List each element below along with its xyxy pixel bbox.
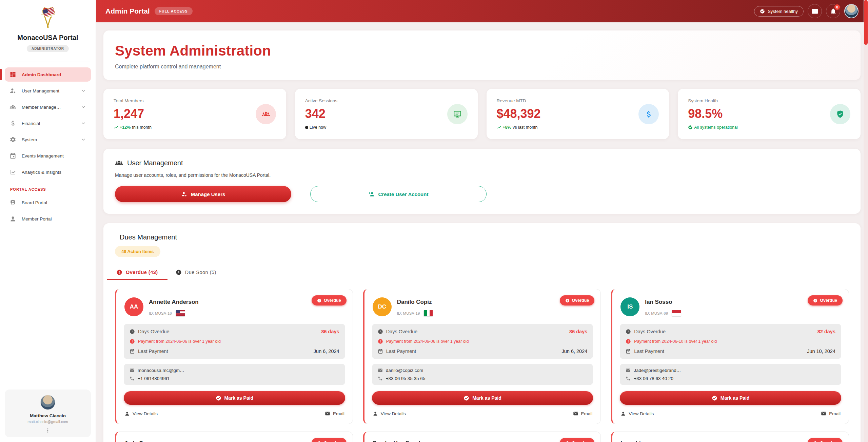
mail-icon xyxy=(821,411,826,416)
dollar-icon xyxy=(9,120,16,127)
last-payment-label: Last Payment xyxy=(634,349,664,354)
email-action-link[interactable]: Email xyxy=(573,411,593,416)
dues-title: Dues Management xyxy=(115,233,849,241)
sidebar-brand: MonacoUSA Portal ADMINISTRATOR xyxy=(0,0,96,57)
shield-check-icon xyxy=(836,110,845,119)
email-action-label: Email xyxy=(581,411,593,416)
sidebar-item-label: User Management xyxy=(22,88,75,93)
create-user-account-button[interactable]: Create User Account xyxy=(310,186,487,202)
mark-as-paid-button[interactable]: Mark as Paid xyxy=(124,391,345,405)
sidebar-item-label: Admin Dashboard xyxy=(22,72,86,77)
chevron-down-icon xyxy=(81,121,86,126)
status-badge-label: Overdue xyxy=(820,441,837,442)
mark-as-paid-label: Mark as Paid xyxy=(224,395,254,401)
tab-overdue-label: Overdue (43) xyxy=(126,270,158,275)
phone-row: +33 06 95 35 35 65 xyxy=(378,376,588,381)
user-management-panel: User Management Manage user accounts, ro… xyxy=(103,149,861,214)
sidebar-item-analytics[interactable]: Analytics & Insights xyxy=(5,165,91,179)
days-overdue-value: 86 days xyxy=(569,329,587,334)
sidebar-item-system[interactable]: System xyxy=(5,132,91,147)
page-title: System Administration xyxy=(115,43,849,59)
mail-icon xyxy=(325,411,330,416)
status-badge: Overdue xyxy=(312,295,347,306)
trending-up-icon xyxy=(114,125,118,130)
mark-as-paid-button[interactable]: Mark as Paid xyxy=(620,391,841,405)
member-phone: +33 06 78 63 40 20 xyxy=(634,376,673,381)
status-badge: Overdue xyxy=(560,295,595,306)
scrollbar-thumb[interactable] xyxy=(864,0,868,45)
member-card-footer: View Details Email xyxy=(364,405,601,422)
user-management-heading: User Management xyxy=(115,159,849,167)
email-row: monacousa.mc@gm… xyxy=(130,368,339,373)
terminal-button[interactable] xyxy=(808,4,822,18)
tab-overdue[interactable]: Overdue (43) xyxy=(115,266,159,280)
header-actions: System healthy 0 xyxy=(754,4,859,18)
tab-due-soon-label: Due Soon (5) xyxy=(185,270,216,275)
page-content: System Administration Complete platform … xyxy=(96,22,868,442)
user-management-description: Manage user accounts, roles, and permiss… xyxy=(115,172,849,178)
chevron-down-icon xyxy=(81,88,86,93)
system-health-pill: System healthy xyxy=(754,6,804,17)
view-details-link[interactable]: View Details xyxy=(620,411,654,416)
member-email: monacousa.mc@gm… xyxy=(138,368,184,373)
stat-label: System Health xyxy=(688,98,738,103)
email-row: danilo@copiz.com xyxy=(378,368,588,373)
profile-email: matt.ciaccio@gmail.com xyxy=(8,420,87,424)
system-health-label: System healthy xyxy=(768,9,798,14)
calendar-icon xyxy=(378,349,383,354)
email-action-link[interactable]: Email xyxy=(821,411,841,416)
avatar: DC xyxy=(373,297,392,316)
person-icon xyxy=(9,215,16,222)
alert-circle-icon xyxy=(565,298,570,303)
header-avatar[interactable] xyxy=(844,4,859,18)
profile-menu-button[interactable] xyxy=(43,426,53,435)
contact-box: Jade@prestigebrand… +33 06 78 63 40 20 xyxy=(620,364,841,385)
mark-as-paid-button[interactable]: Mark as Paid xyxy=(372,391,593,405)
monitor-icon xyxy=(453,110,462,119)
contact-box: monacousa.mc@gm… +1 0614804961 xyxy=(124,364,345,385)
dues-info-box: Days Overdue 82 days Payment from 2024-0… xyxy=(620,324,841,359)
stat-subtext: Live now xyxy=(305,125,337,130)
notifications-button[interactable]: 0 xyxy=(826,4,840,18)
mark-as-paid-label: Mark as Paid xyxy=(472,395,501,401)
sidebar-item-board-portal[interactable]: Board Portal xyxy=(5,195,91,210)
days-overdue-label: Days Overdue xyxy=(634,329,666,334)
alert-circle-icon xyxy=(317,298,321,303)
monaco-flag-icon xyxy=(672,310,681,316)
sidebar-item-user-management[interactable]: User Management xyxy=(5,84,91,98)
sidebar-item-events-management[interactable]: Events Management xyxy=(5,149,91,163)
stat-subtext: All systems operational xyxy=(688,125,738,130)
view-details-link[interactable]: View Details xyxy=(124,411,158,416)
manage-users-button[interactable]: Manage Users xyxy=(115,186,291,202)
page-scrollbar[interactable] xyxy=(864,0,868,442)
email-action-link[interactable]: Email xyxy=(325,411,344,416)
status-badge: Overdue xyxy=(808,295,843,306)
sidebar-item-member-portal[interactable]: Member Portal xyxy=(5,212,91,226)
dues-management-panel: Dues Management 48 Action Items Overdue … xyxy=(103,223,861,442)
check-circle-icon xyxy=(688,125,693,130)
sidebar-item-member-management[interactable]: Member Manage… xyxy=(5,100,91,114)
stat-card-active-sessions: Active Sessions 342 Live now xyxy=(295,89,478,139)
days-overdue-label: Days Overdue xyxy=(386,329,418,334)
last-payment-row: Last Payment Jun 6, 2024 xyxy=(378,349,588,354)
portal-access-nav: Board Portal Member Portal xyxy=(0,193,96,228)
phone-row: +33 06 78 63 40 20 xyxy=(626,376,835,381)
status-badge-label: Overdue xyxy=(572,298,589,303)
italy-flag-icon xyxy=(424,310,433,316)
member-id: ID: MUSA-19 xyxy=(397,311,420,315)
tab-due-soon[interactable]: Due Soon (5) xyxy=(174,266,218,280)
sidebar-item-admin-dashboard[interactable]: Admin Dashboard xyxy=(5,67,91,82)
crossed-flags-logo xyxy=(33,6,63,31)
member-card-partial: Overdue Sandra Van Fasche xyxy=(363,432,601,442)
view-details-label: View Details xyxy=(381,411,406,416)
stat-label: Active Sessions xyxy=(305,98,337,103)
sidebar-item-financial[interactable]: Financial xyxy=(5,116,91,130)
profile-avatar xyxy=(40,395,55,410)
person-add-icon xyxy=(369,191,375,197)
mail-icon xyxy=(130,368,135,373)
profile-name: Matthew Ciaccio xyxy=(8,413,87,418)
view-details-link[interactable]: View Details xyxy=(373,411,406,416)
shield-person-icon xyxy=(9,199,16,206)
calendar-icon xyxy=(9,152,16,159)
mark-as-paid-label: Mark as Paid xyxy=(721,395,750,401)
